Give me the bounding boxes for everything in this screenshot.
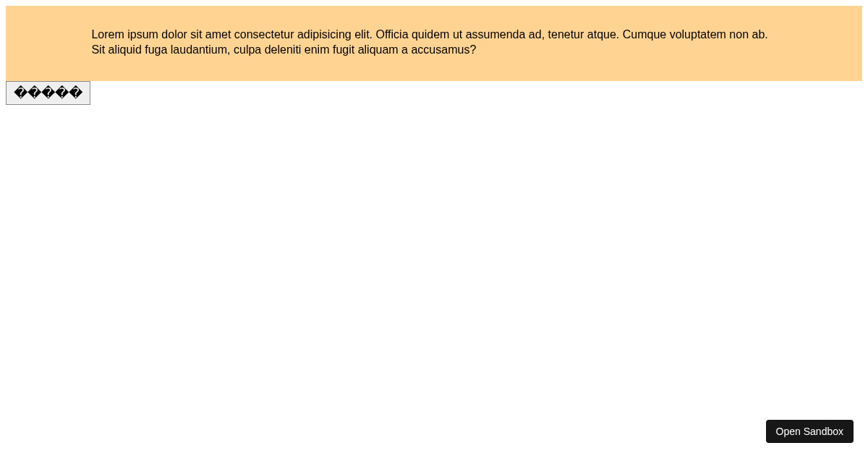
banner-text: Lorem ipsum dolor sit amet consectetur a… [91, 28, 776, 58]
action-button[interactable]: ����� [6, 81, 90, 105]
banner-panel: Lorem ipsum dolor sit amet consectetur a… [6, 6, 862, 81]
page-root: Lorem ipsum dolor sit amet consectetur a… [0, 0, 868, 111]
open-sandbox-button[interactable]: Open Sandbox [766, 420, 854, 443]
